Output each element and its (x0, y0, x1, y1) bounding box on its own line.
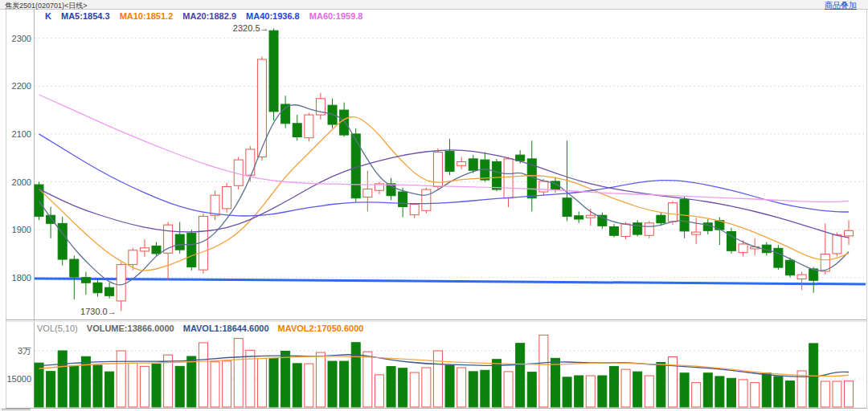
candle-body (621, 224, 630, 236)
volume-bar (703, 373, 712, 407)
volume-bar (481, 370, 489, 407)
volume-bar (598, 376, 607, 407)
volume-bar (211, 362, 219, 407)
candle-body (140, 248, 149, 251)
volume-bar (70, 366, 79, 407)
candle-body (363, 189, 372, 197)
legend-mavol1: MAVOL1:18644.6000 (183, 324, 269, 333)
volume-bar (223, 361, 231, 407)
legend-volume-value: VOLUME:13866.0000 (87, 324, 174, 333)
ma5-line (39, 105, 850, 285)
volume-axis-label: 15000 (6, 374, 31, 384)
volume-bar (504, 372, 513, 407)
volume-bar (563, 377, 571, 407)
volume-bar (58, 351, 67, 407)
candle-body (492, 161, 501, 189)
candle-body (187, 233, 196, 267)
legend-ma40: MA40:1936.8 (246, 11, 300, 21)
candle-body (797, 275, 806, 279)
title-bar: 焦炭2501(020701)<日线> 商品叠加 (0, 0, 868, 10)
volume-bar (187, 356, 196, 407)
price-ma-legend: K MA5:1854.3 MA10:1851.2 MA20:1882.9 MA4… (45, 11, 370, 21)
volume-bar (739, 380, 747, 407)
contract-title: 焦炭2501(020701)<日线> (5, 1, 88, 11)
volume-bar (399, 368, 407, 407)
volume-bar (316, 352, 325, 407)
candle-body (70, 259, 79, 277)
candle-body (105, 287, 114, 295)
legend-ma20: MA20:1882.9 (182, 11, 236, 21)
candle-body (246, 149, 255, 175)
candle-body (340, 110, 349, 135)
candle-body (223, 186, 231, 208)
volume-bar (469, 372, 477, 407)
candle-body (81, 278, 90, 283)
candle-body (211, 195, 219, 215)
volume-bar (586, 376, 595, 407)
volume-bar (305, 364, 313, 407)
candle-body (399, 192, 407, 206)
candle-body (281, 104, 290, 124)
candle-body (833, 235, 841, 254)
volume-bar (575, 376, 583, 407)
volume-bar (140, 366, 149, 407)
volume-bar (833, 381, 841, 407)
legend-mavol2: MAVOL2:17050.6000 (278, 324, 364, 333)
volume-bar (657, 362, 665, 407)
price-axis-label: 1800 (12, 273, 31, 283)
ma60-line (39, 95, 850, 202)
kline-app-window: 2300220021002000190018003万150002320.5→17… (0, 0, 868, 411)
candle-body (785, 260, 794, 275)
candle-body (152, 246, 161, 254)
volume-bar (257, 359, 266, 407)
kline-chart-canvas[interactable]: 2300220021002000190018003万150002320.5→17… (0, 0, 868, 411)
candle-body (469, 159, 477, 170)
volume-bar (551, 358, 559, 407)
candle-body (433, 153, 442, 187)
volume-bar (269, 359, 278, 407)
volume-bar (293, 364, 301, 407)
candle-body (457, 161, 466, 165)
volume-bar (633, 372, 642, 407)
volume-bar (47, 372, 55, 407)
candle-body (410, 205, 419, 215)
price-axis-label: 2100 (12, 129, 31, 139)
volume-bar (774, 376, 783, 407)
candle-body (93, 283, 102, 293)
volume-bar (492, 360, 501, 407)
volume-bar (785, 381, 794, 407)
candle-body (668, 203, 677, 222)
candle-body (586, 215, 595, 218)
volume-bar (410, 372, 419, 407)
candle-body (774, 248, 783, 267)
volume-bar (199, 343, 207, 407)
price-axis-label: 1900 (12, 225, 31, 234)
volume-bar (539, 335, 548, 407)
volume-bar (445, 365, 454, 407)
volume-bar (351, 343, 360, 407)
volume-bar (609, 367, 618, 407)
volume-bar (328, 361, 337, 407)
volume-bar (93, 365, 102, 407)
volume-bar (281, 351, 290, 407)
candle-body (692, 232, 701, 234)
candle-body (293, 124, 301, 137)
candle-body (575, 216, 583, 219)
candle-body (422, 189, 431, 210)
volume-bar (751, 383, 760, 407)
legend-ma10: MA10:1851.2 (120, 11, 174, 21)
price-axis-label: 2000 (12, 177, 31, 187)
volume-bar (516, 344, 525, 407)
candle-body (504, 159, 513, 198)
commodity-overlay-link[interactable]: 商品叠加 (825, 0, 857, 11)
candle-body (563, 198, 571, 217)
volume-bar (692, 383, 701, 407)
volume-bar (234, 339, 243, 407)
candle-body (609, 227, 618, 236)
candle-body (845, 230, 854, 236)
volume-bar (433, 351, 442, 407)
volume-bar (340, 361, 349, 407)
legend-ma60: MA60:1959.8 (309, 11, 363, 21)
volume-bar (762, 373, 771, 407)
volume-axis-label: 3万 (18, 346, 31, 356)
